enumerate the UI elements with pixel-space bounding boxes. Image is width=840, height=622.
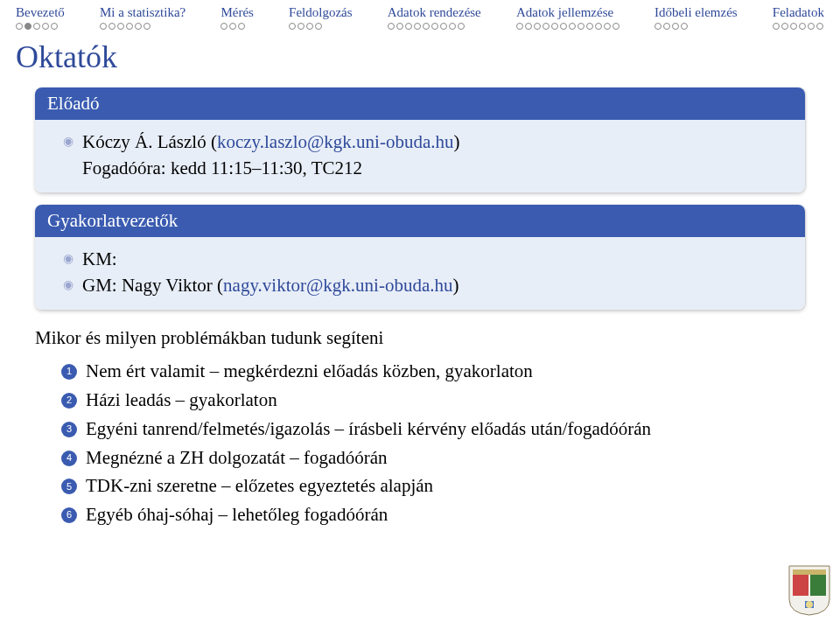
nav-dot[interactable] (672, 23, 679, 30)
enum-row: 1Nem ért valamit – megkérdezni előadás k… (61, 359, 805, 385)
nav-dot[interactable] (298, 23, 304, 30)
nav-label[interactable]: Adatok rendezése (388, 5, 481, 20)
nav-dot[interactable] (405, 23, 412, 30)
nav-dot[interactable] (220, 23, 228, 30)
nav-dot[interactable] (525, 23, 532, 30)
nav-label[interactable]: Bevezető (16, 5, 65, 20)
nav-dot[interactable] (229, 23, 236, 30)
nav-dot[interactable] (144, 23, 150, 30)
nav-dot[interactable] (108, 23, 116, 30)
nav-dot[interactable] (458, 23, 465, 30)
nav-dot[interactable] (100, 23, 107, 30)
gm-text: GM: Nagy Viktor (nagy.viktor@kgk.uni-obu… (82, 272, 458, 298)
enum-list: 1Nem ért valamit – megkérdezni előadás k… (61, 359, 805, 528)
svg-point-4 (806, 601, 813, 608)
nav-section: Feldolgozás (289, 5, 353, 30)
nav-dot[interactable] (431, 23, 438, 30)
nav-section: Mi a statisztika? (100, 5, 186, 30)
block-instructors: Gyakorlatvezetők ◉ KM: ◉ GM: Nagy Viktor… (35, 205, 805, 310)
nav-dots (654, 23, 688, 30)
nav-dot[interactable] (781, 23, 788, 30)
nav-dot[interactable] (42, 23, 49, 30)
nav-dot[interactable] (388, 23, 395, 30)
nav-dot[interactable] (560, 23, 567, 30)
nav-dot[interactable] (24, 23, 32, 30)
enum-badge: 5 (61, 479, 77, 494)
nav-dot[interactable] (315, 23, 322, 30)
bullet-icon: ◉ (63, 136, 74, 148)
enum-badge: 2 (61, 393, 77, 409)
nav-dot[interactable] (135, 23, 142, 30)
nav-dot[interactable] (238, 23, 245, 30)
nav-dot[interactable] (663, 23, 670, 30)
enum-badge: 6 (61, 507, 77, 523)
nav-dot[interactable] (440, 23, 447, 30)
enum-text: Egyéb óhaj-sóhaj – lehetőleg fogadóórán (86, 502, 388, 528)
nav-dots (773, 23, 823, 30)
nav-dot[interactable] (414, 23, 421, 30)
bullet-icon: ◉ (63, 279, 74, 291)
nav-dot[interactable] (790, 23, 797, 30)
nav-dot[interactable] (16, 23, 23, 30)
block-lecturer: Előadó ◉ Kóczy Á. László (koczy.laszlo@k… (35, 87, 805, 192)
nav-dot[interactable] (808, 23, 815, 30)
nav-section: Feladatok (773, 5, 824, 30)
nav-dot[interactable] (289, 23, 296, 30)
nav-label[interactable]: Mérés (220, 5, 254, 20)
nav-label[interactable]: Adatok jellemzése (516, 5, 613, 20)
nav-dot[interactable] (654, 23, 662, 30)
enum-badge: 4 (61, 451, 77, 466)
nav-label[interactable]: Mi a statisztika? (100, 5, 186, 20)
nav-dot[interactable] (449, 23, 456, 30)
nav-dot[interactable] (126, 23, 133, 30)
nav-section: Mérés (220, 5, 254, 30)
nav-dots (100, 23, 150, 30)
nav-dot[interactable] (396, 23, 403, 30)
nav-dot[interactable] (578, 23, 584, 30)
lecturer-close: ) (453, 131, 459, 152)
nav-label[interactable]: Időbeli elemzés (654, 5, 738, 20)
lecturer-row: ◉ Kóczy Á. László (koczy.laszlo@kgk.uni-… (63, 129, 793, 182)
nav-section: Bevezető (16, 5, 65, 30)
crest-icon (786, 561, 833, 617)
nav-dots (220, 23, 245, 30)
nav-dot[interactable] (33, 23, 40, 30)
lecturer-email[interactable]: koczy.laszlo@kgk.uni-obuda.hu (217, 131, 454, 152)
nav-dot[interactable] (534, 23, 541, 30)
nav-dot[interactable] (306, 23, 313, 30)
lecturer-text: Kóczy Á. László (koczy.laszlo@kgk.uni-ob… (82, 129, 459, 182)
enum-text: TDK-zni szeretne – előzetes egyeztetés a… (86, 473, 433, 500)
nav-dot[interactable] (681, 23, 688, 30)
gm-prefix: GM: Nagy Viktor ( (82, 275, 223, 296)
enum-row: 2Házi leadás – gyakorlaton (61, 388, 805, 414)
lecturer-name: Kóczy Á. László ( (82, 131, 217, 152)
enum-row: 4Megnézné a ZH dolgozatát – fogadóórán (61, 445, 805, 472)
nav-dot[interactable] (799, 23, 806, 30)
nav-dot[interactable] (51, 23, 58, 30)
block-lecturer-body: ◉ Kóczy Á. László (koczy.laszlo@kgk.uni-… (35, 120, 805, 192)
nav-label[interactable]: Feladatok (773, 5, 824, 20)
nav-label[interactable]: Feldolgozás (289, 5, 353, 20)
nav-dots (516, 23, 620, 30)
nav-dot[interactable] (516, 23, 523, 30)
km-text: KM: (82, 246, 117, 272)
gm-email[interactable]: nagy.viktor@kgk.uni-obuda.hu (223, 275, 452, 296)
nav-dot[interactable] (423, 23, 430, 30)
nav-dot[interactable] (117, 23, 124, 30)
nav-dot[interactable] (604, 23, 611, 30)
enum-row: 6Egyéb óhaj-sóhaj – lehetőleg fogadóórán (61, 502, 805, 528)
gm-close: ) (452, 275, 458, 296)
enum-row: 3Egyéni tanrend/felmetés/igazolás – írás… (61, 416, 805, 443)
nav-dot[interactable] (586, 23, 593, 30)
nav-dot[interactable] (551, 23, 558, 30)
nav-dot[interactable] (542, 23, 550, 30)
km-row: ◉ KM: (63, 246, 793, 272)
nav-dot[interactable] (612, 23, 620, 30)
nav-dot[interactable] (773, 23, 780, 30)
gm-row: ◉ GM: Nagy Viktor (nagy.viktor@kgk.uni-o… (63, 272, 793, 298)
nav-dot[interactable] (816, 23, 823, 30)
nav-dot[interactable] (595, 23, 602, 30)
nav-dot[interactable] (569, 23, 576, 30)
enum-text: Nem ért valamit – megkérdezni előadás kö… (86, 359, 533, 385)
enum-text: Egyéni tanrend/felmetés/igazolás – írásb… (86, 416, 651, 443)
